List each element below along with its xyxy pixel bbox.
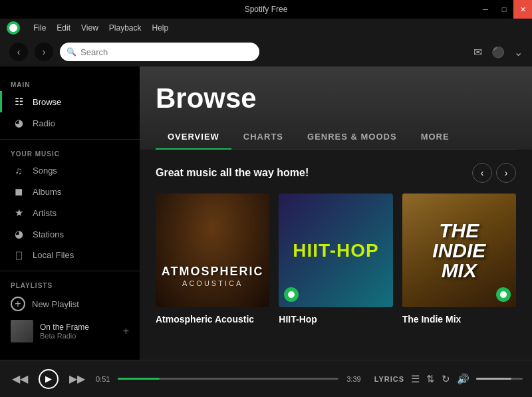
sidebar-item-stations[interactable]: ◕ Stations [0,223,140,245]
progress-track[interactable] [118,378,338,380]
menu-view[interactable]: View [81,23,98,33]
sidebar-item-songs[interactable]: ♫ Songs [0,160,140,181]
sidebar-artists-label: Artists [33,208,57,218]
menu-playback[interactable]: Playback [109,23,142,33]
new-playlist-label: New Playlist [32,299,79,309]
search-bar: 🔍 [60,43,259,61]
nav-bar: ‹ › 🔍 ✉ ⚫ ⌄ [0,37,532,66]
section-title: Great music all the way home! [156,167,309,179]
progress-fill [118,378,160,380]
dropdown-icon[interactable]: ⌄ [514,46,523,59]
playlist-item-on-the-frame[interactable]: On the Frame Beta Radio + [0,316,140,346]
atmospheric-text-overlay: ATMOSPHERIC ACOUSTICA [162,265,264,288]
sidebar-divider-2 [0,271,140,271]
search-input[interactable] [80,47,253,57]
playlists-label: PLAYLISTS [0,277,140,292]
elapsed-time: 0:51 [96,375,110,383]
back-button[interactable]: ‹ [9,43,28,61]
menu-file[interactable]: File [33,23,46,33]
card-hiit[interactable]: HIIT-Hop HIIT-Hop [279,194,392,325]
carousel-buttons: ‹ › [472,163,516,183]
forward-button[interactable]: › [35,43,53,61]
lyrics-button[interactable]: LYRICS [374,375,404,383]
stations-icon: ◕ [13,228,25,240]
new-playlist-button[interactable]: + New Playlist [0,292,140,316]
playlist-add-icon[interactable]: + [123,325,129,337]
tab-overview[interactable]: OVERVIEW [156,125,231,150]
card-name-indie: The Indie Mix [402,314,516,325]
sidebar-item-local-files[interactable]: ⎕ Local Files [0,245,140,265]
sidebar-item-albums[interactable]: ◼ Albums [0,181,140,202]
skip-back-button[interactable]: ◀◀ [9,370,31,388]
svg-point-0 [288,291,295,298]
menu-edit[interactable]: Edit [57,23,70,33]
atmospheric-subtitle: ACOUSTICA [162,279,264,287]
tab-genres-moods[interactable]: GENRES & MOODS [295,125,409,150]
sidebar-item-radio[interactable]: ◕ Radio [0,112,140,134]
user-icon[interactable]: ⚫ [491,46,505,59]
skip-forward-button[interactable]: ▶▶ [66,370,88,388]
card-name-atmospheric: Atmospheric Acoustic [156,314,269,325]
main-layout: MAIN ☷ Browse ◕ Radio YOUR MUSIC ♫ Songs… [0,66,532,360]
tab-more[interactable]: MORE [409,125,462,150]
svg-point-1 [500,291,507,298]
search-icon: 🔍 [66,47,76,57]
atmospheric-title: ATMOSPHERIC [162,265,264,279]
card-image-indie: The Indie Mix [402,194,516,307]
hiit-spotify-badge [284,287,299,302]
section-header: Great music all the way home! ‹ › [156,163,516,183]
indie-spotify-badge [496,287,511,302]
volume-icon[interactable]: 🔊 [457,373,469,385]
shuffle-icon[interactable]: ⇅ [426,373,435,385]
minimize-button[interactable]: ─ [476,0,495,19]
browse-header: Browse OVERVIEW CHARTS GENRES & MOODS MO… [140,66,532,150]
app-title: Spotify Free [245,5,288,14]
card-art-atmospheric: ATMOSPHERIC ACOUSTICA [156,194,269,307]
cards-row: ATMOSPHERIC ACOUSTICA Atmospheric Acoust… [156,194,516,325]
carousel-next-button[interactable]: › [496,163,516,183]
menu-help[interactable]: Help [152,23,169,33]
sidebar-albums-label: Albums [33,187,61,197]
nav-right-icons: ✉ ⚫ ⌄ [473,46,523,59]
spotify-logo [7,21,20,35]
indie-text-overlay: The Indie Mix [432,221,485,281]
play-pause-button[interactable]: ▶ [39,369,59,389]
total-time: 3:39 [346,375,360,383]
plus-circle-icon: + [11,297,25,311]
volume-track[interactable] [476,378,523,380]
content-area: Browse OVERVIEW CHARTS GENRES & MOODS MO… [140,66,532,360]
playlist-sub: Beta Radio [40,332,116,340]
sidebar-item-browse[interactable]: ☷ Browse [0,91,140,112]
card-art-hiit: HIIT-Hop [279,194,392,307]
browse-page-title: Browse [156,82,516,114]
indie-mix: Mix [442,259,477,281]
card-art-indie: The Indie Mix [402,194,516,307]
carousel-prev-button[interactable]: ‹ [472,163,492,183]
card-image-hiit: HIIT-Hop [279,194,392,307]
artists-icon: ★ [13,207,25,219]
sidebar-songs-label: Songs [33,166,57,176]
card-indie[interactable]: The Indie Mix The Indie Mix [402,194,516,325]
hiit-label: HIIT-Hop [293,240,378,261]
maximize-button[interactable]: □ [495,0,513,19]
sidebar-item-artists[interactable]: ★ Artists [0,202,140,223]
queue-icon[interactable]: ☰ [411,373,420,385]
player-right-controls: LYRICS ☰ ⇅ ↻ 🔊 [374,373,523,385]
repeat-icon[interactable]: ↻ [442,373,450,385]
albums-icon: ◼ [13,186,25,198]
sidebar-divider-1 [0,139,140,140]
tab-charts[interactable]: CHARTS [231,125,295,150]
main-section-label: MAIN [0,76,140,91]
menu-bar: File Edit View Playback Help [0,19,532,37]
sidebar-local-files-label: Local Files [33,250,74,260]
browse-icon: ☷ [13,96,25,108]
volume-fill [476,378,511,380]
notifications-icon[interactable]: ✉ [473,46,482,59]
sidebar-radio-label: Radio [33,118,55,128]
player-bar: ◀◀ ▶ ▶▶ 0:51 3:39 LYRICS ☰ ⇅ ↻ 🔊 [0,360,532,397]
close-button[interactable]: ✕ [513,0,532,19]
sidebar-stations-label: Stations [33,229,64,239]
card-atmospheric[interactable]: ATMOSPHERIC ACOUSTICA Atmospheric Acoust… [156,194,269,325]
tabs-row: OVERVIEW CHARTS GENRES & MOODS MORE [156,125,516,150]
browse-content: Great music all the way home! ‹ › ATMOSP… [140,150,532,338]
